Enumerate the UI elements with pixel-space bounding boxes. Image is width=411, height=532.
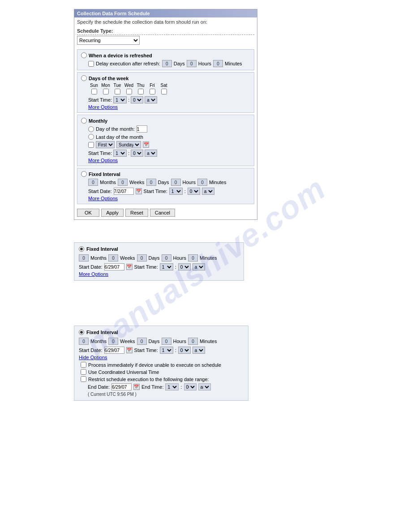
fixed-ampm-select-3[interactable]: am pm xyxy=(193,347,205,354)
day-of-month-radio[interactable] xyxy=(88,126,94,132)
fixed-hours-3[interactable] xyxy=(162,338,171,345)
monthly-more-options-link[interactable]: More Options xyxy=(88,158,250,163)
fixed-box-3: Fixed Interval Months Weeks Days Hours M… xyxy=(74,326,248,401)
fixed-hour-select-1[interactable]: 1 xyxy=(169,188,183,195)
fixed-hour-select-2[interactable]: 1 xyxy=(160,263,173,270)
fixed-minutes-2[interactable] xyxy=(188,254,198,262)
fixed-months-3[interactable] xyxy=(79,338,89,345)
fixed-radio-dot-3[interactable] xyxy=(79,330,84,335)
days-minute-select[interactable]: 00 xyxy=(131,96,143,103)
days-ampm-select[interactable]: am pm xyxy=(145,96,157,103)
fixed-cal-icon-3[interactable]: 📅 xyxy=(126,347,133,353)
day-of-month-label: Day of the month: xyxy=(96,126,135,132)
end-ampm-select[interactable]: am pm xyxy=(198,383,211,390)
day-sat-cb xyxy=(159,89,169,94)
fixed-title-row-3: Fixed Interval xyxy=(79,330,244,335)
days-more-options-link[interactable]: More Options xyxy=(88,104,250,110)
end-hour-select[interactable]: 1 xyxy=(165,383,179,390)
days-header: Sun Mon Tue Wed Thu Fri Sat xyxy=(88,83,250,88)
fixed-hours-2[interactable] xyxy=(162,254,171,262)
fixed-title-row-2: Fixed Interval xyxy=(79,246,239,252)
delay-days-input[interactable] xyxy=(162,60,172,67)
days-of-week-radio-row: Days of the week xyxy=(81,75,250,81)
fixed-colon-2: : xyxy=(175,264,176,270)
fixed-minute-select-2[interactable]: 00 xyxy=(178,263,191,270)
fixed-hour-select-3[interactable]: 1 xyxy=(160,347,173,354)
hide-options-link[interactable]: Hide Options xyxy=(79,355,244,360)
delay-checkbox[interactable] xyxy=(88,61,94,67)
day-sun-label: Sun xyxy=(89,83,99,88)
schedule-type-select[interactable]: Recurring xyxy=(77,36,140,45)
fixed-ampm-select-2[interactable]: am pm xyxy=(193,263,205,270)
fixed-cal-icon-2[interactable]: 📅 xyxy=(126,264,133,270)
days-hour-select[interactable]: 1 xyxy=(113,96,127,103)
when-refreshed-radio[interactable] xyxy=(81,52,87,58)
last-day-radio[interactable] xyxy=(88,134,94,140)
panel-subtitle: Specify the schedule the collection data… xyxy=(74,17,257,27)
monthly-start-time-row: Start Time: 1 : 00 am pm xyxy=(88,150,250,157)
day-of-month-input[interactable] xyxy=(137,125,147,133)
monthly-ampm-select[interactable]: am pm xyxy=(145,150,157,157)
mon-checkbox[interactable] xyxy=(103,89,109,94)
fixed-months-1[interactable] xyxy=(88,179,98,186)
fixed-minute-select-3[interactable]: 00 xyxy=(178,347,191,354)
restrict-range-checkbox[interactable] xyxy=(81,376,86,382)
fixed-days-2[interactable] xyxy=(137,254,147,262)
fixed-hours-label-3: Hours xyxy=(173,339,186,344)
monthly-hour-select[interactable]: 1 xyxy=(113,150,127,157)
apply-button[interactable]: Apply xyxy=(101,209,124,217)
monthly-cal-icon[interactable]: 📅 xyxy=(143,142,149,148)
fixed-start-date-row-1: Start Date: 📅 Start Time: 1 : 00 am pm xyxy=(88,188,250,195)
monthly-minute-select[interactable]: 00 xyxy=(131,150,143,157)
fixed-minutes-1[interactable] xyxy=(197,179,207,186)
fixed-ampm-select-1[interactable]: am pm xyxy=(202,188,214,195)
fixed-cal-icon-1[interactable]: 📅 xyxy=(136,188,142,194)
process-immediately-checkbox[interactable] xyxy=(81,362,86,368)
fixed-start-date-input-3[interactable] xyxy=(104,347,124,354)
fixed-hours-label-1: Hours xyxy=(183,180,196,185)
fixed-hours-1[interactable] xyxy=(171,179,181,186)
cancel-button[interactable]: Cancel xyxy=(150,209,175,217)
use-utc-checkbox[interactable] xyxy=(81,369,86,375)
sat-checkbox[interactable] xyxy=(161,89,167,94)
day-thu-label: Thu xyxy=(136,83,146,88)
fixed-weeks-1[interactable] xyxy=(118,179,128,186)
fixed-start-date-input-1[interactable] xyxy=(114,188,134,195)
days-of-week-radio[interactable] xyxy=(81,75,87,81)
day-sun-cb xyxy=(89,89,99,94)
delay-minutes-input[interactable] xyxy=(213,60,223,67)
thu-checkbox[interactable] xyxy=(138,89,144,94)
fixed-interval-values-2: Months Weeks Days Hours Minutes xyxy=(79,254,239,262)
end-cal-icon[interactable]: 📅 xyxy=(133,384,140,390)
tue-checkbox[interactable] xyxy=(115,89,120,94)
fri-checkbox[interactable] xyxy=(150,89,155,94)
fixed-radio-dot-2[interactable] xyxy=(79,246,84,252)
fixed-days-3[interactable] xyxy=(137,338,147,345)
fixed-minutes-3[interactable] xyxy=(188,338,198,345)
restrict-range-row: Restrict schedule execution to the follo… xyxy=(81,376,244,382)
day-wed-label: Wed xyxy=(124,83,134,88)
fixed-weeks-2[interactable] xyxy=(108,254,118,262)
fixed-more-options-link-1[interactable]: More Options xyxy=(88,196,250,201)
end-minute-select[interactable]: 00 xyxy=(184,383,197,390)
first-select[interactable]: First Second Third Fourth Last xyxy=(96,141,115,148)
fixed-box-2: Fixed Interval Months Weeks Days Hours M… xyxy=(74,242,244,281)
fixed-weeks-3[interactable] xyxy=(108,338,118,345)
reset-button[interactable]: Reset xyxy=(125,209,148,217)
fixed-radio-1[interactable] xyxy=(81,171,87,177)
fixed-start-date-input-2[interactable] xyxy=(104,263,124,270)
wed-checkbox[interactable] xyxy=(126,89,132,94)
day-of-week-select[interactable]: Sunday Monday Tuesday Wednesday Thursday… xyxy=(116,141,141,148)
fixed-minute-select-1[interactable]: 00 xyxy=(188,188,200,195)
end-date-input[interactable] xyxy=(111,383,132,390)
monthly-week-checkbox[interactable] xyxy=(88,142,94,148)
monthly-radio[interactable] xyxy=(81,118,87,124)
sun-checkbox[interactable] xyxy=(91,89,97,94)
fixed-days-1[interactable] xyxy=(146,179,156,186)
delay-hours-input[interactable] xyxy=(187,60,197,67)
fixed-more-options-link-2[interactable]: More Options xyxy=(79,271,239,277)
ok-button[interactable]: OK xyxy=(77,209,99,217)
fixed-months-2[interactable] xyxy=(79,254,89,262)
process-immediately-row: Process immediately if device unable to … xyxy=(81,362,244,368)
monthly-label: Monthly xyxy=(89,118,107,124)
